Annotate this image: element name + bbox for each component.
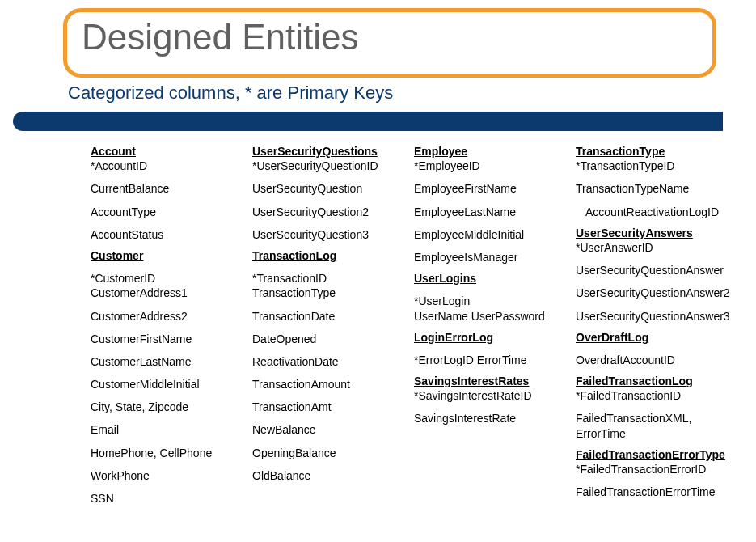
entity-field: OverdraftAccountID bbox=[576, 353, 731, 367]
entity-field: TransactionType bbox=[252, 286, 408, 300]
entity-field: CustomerFirstName bbox=[91, 332, 246, 346]
entity-field: TransactionTypeName bbox=[576, 181, 731, 196]
entity-field: *UserLogin bbox=[414, 294, 569, 308]
entity-field: EmployeeMiddleInitial bbox=[414, 227, 569, 242]
entity-column: TransactionType*TransactionTypeIDTransac… bbox=[576, 144, 731, 506]
divider-bar bbox=[13, 112, 723, 131]
entity-field: OpeningBalance bbox=[252, 446, 408, 460]
entity-field: TransactionAmt bbox=[252, 400, 408, 414]
entity-title: UserSecurityQuestions bbox=[252, 144, 408, 159]
entity-column: Employee*EmployeeIDEmployeeFirstNameEmpl… bbox=[414, 144, 569, 506]
entity-title: SavingsInterestRates bbox=[414, 374, 569, 388]
entity-field: *UserAnswerID bbox=[576, 240, 731, 255]
entity-field: FailedTransactionXML, ErrorTime bbox=[576, 411, 731, 440]
entity-title: TransactionType bbox=[576, 144, 731, 159]
entity-field: TransactionAmount bbox=[252, 377, 408, 392]
subtitle: Categorized columns, * are Primary Keys bbox=[68, 83, 393, 104]
entity-field: *TransactionTypeID bbox=[576, 159, 731, 173]
entity-column: Account*AccountIDCurrentBalanceAccountTy… bbox=[91, 144, 246, 506]
entity-field: AccountType bbox=[91, 205, 246, 219]
entity-title: FailedTransactionLog bbox=[576, 374, 731, 388]
entity-field: CustomerLastName bbox=[91, 354, 246, 369]
entity-field: *AccountID bbox=[91, 159, 246, 173]
title-box: Designed Entities bbox=[63, 8, 716, 78]
entity-field: *CustomerID bbox=[91, 271, 246, 286]
entity-title: FailedTransactionErrorType bbox=[576, 447, 731, 462]
entity-grid: Account*AccountIDCurrentBalanceAccountTy… bbox=[91, 144, 731, 506]
page-title: Designed Entities bbox=[82, 17, 698, 57]
entity-field: SavingsInterestRate bbox=[414, 411, 569, 426]
entity-field: UserSecurityQuestion2 bbox=[252, 205, 408, 219]
entity-title: OverDraftLog bbox=[576, 330, 731, 345]
entity-field: CurrentBalance bbox=[91, 181, 246, 196]
entity-title: UserLogins bbox=[414, 271, 569, 286]
entity-field: AccountReactivationLogID bbox=[585, 205, 731, 219]
entity-field: SSN bbox=[91, 491, 246, 506]
entity-field: *SavingsInterestRateID bbox=[414, 388, 569, 403]
entity-field: EmployeeIsManager bbox=[414, 250, 569, 265]
entity-title: LoginErrorLog bbox=[414, 330, 569, 345]
entity-field: *EmployeeID bbox=[414, 159, 569, 173]
entity-field: City, State, Zipcode bbox=[91, 400, 246, 414]
entity-field: AccountStatus bbox=[91, 227, 246, 242]
entity-field: DateOpened bbox=[252, 332, 408, 346]
entity-field: WorkPhone bbox=[91, 468, 246, 483]
entity-field: CustomerMiddleInitial bbox=[91, 377, 246, 392]
entity-field: ReactivationDate bbox=[252, 354, 408, 369]
entity-column: UserSecurityQuestions*UserSecurityQuesti… bbox=[252, 144, 408, 506]
entity-field: *TransactionID bbox=[252, 271, 408, 286]
entity-field: HomePhone, CellPhone bbox=[91, 446, 246, 460]
entity-field: EmployeeFirstName bbox=[414, 181, 569, 196]
entity-field: FailedTransactionErrorTime bbox=[576, 485, 731, 499]
entity-field: *FailedTransactionErrorID bbox=[576, 462, 731, 476]
entity-field: UserSecurityQuestionAnswer2 bbox=[576, 286, 731, 300]
entity-field: *FailedTransactionID bbox=[576, 388, 731, 403]
entity-field: EmployeeLastName bbox=[414, 205, 569, 219]
entity-field: *UserSecurityQuestionID bbox=[252, 159, 408, 173]
entity-title: Account bbox=[91, 144, 246, 159]
entity-field: NewBalance bbox=[252, 422, 408, 437]
entity-field: UserSecurityQuestion bbox=[252, 181, 408, 196]
entity-field: TransactionDate bbox=[252, 309, 408, 324]
entity-field: CustomerAddress1 bbox=[91, 286, 246, 300]
entity-field: UserSecurityQuestion3 bbox=[252, 227, 408, 242]
entity-field: UserName UserPassword bbox=[414, 309, 569, 324]
entity-title: UserSecurityAnswers bbox=[576, 226, 731, 240]
entity-title: Employee bbox=[414, 144, 569, 159]
entity-field: Email bbox=[91, 422, 246, 437]
entity-title: TransactionLog bbox=[252, 248, 408, 263]
entity-field: *ErrorLogID ErrorTime bbox=[414, 353, 569, 367]
entity-field: UserSecurityQuestionAnswer3 bbox=[576, 309, 731, 324]
entity-title: Customer bbox=[91, 248, 246, 263]
entity-field: OldBalance bbox=[252, 468, 408, 483]
entity-field: UserSecurityQuestionAnswer bbox=[576, 263, 731, 277]
entity-field: CustomerAddress2 bbox=[91, 309, 246, 324]
